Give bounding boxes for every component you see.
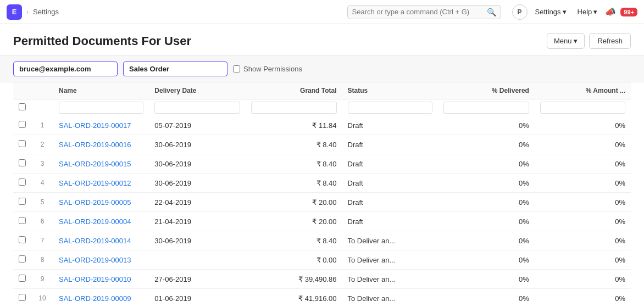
row-pct-amount: 0% bbox=[535, 135, 631, 154]
documents-table: Name Delivery Date Grand Total Status % … bbox=[13, 82, 631, 307]
row-pct-delivered: 0% bbox=[438, 154, 535, 174]
show-permissions-checkbox[interactable] bbox=[233, 65, 240, 72]
navbar: E › Settings 🔍 P Settings ▾ Help ▾ 📣 99+ bbox=[0, 0, 644, 24]
row-name[interactable]: SAL-ORD-2019-00012 bbox=[53, 174, 149, 193]
filter-name-input[interactable] bbox=[59, 102, 143, 114]
app-icon: E bbox=[7, 4, 22, 20]
row-number: 6 bbox=[31, 212, 53, 231]
show-permissions-label[interactable]: Show Permissions bbox=[233, 65, 302, 73]
row-delivery-date: 01-06-2019 bbox=[149, 289, 245, 308]
row-checkbox[interactable] bbox=[19, 178, 26, 186]
row-name[interactable]: SAL-ORD-2019-00014 bbox=[53, 231, 149, 250]
row-checkbox[interactable] bbox=[19, 121, 26, 128]
row-checkbox[interactable] bbox=[19, 217, 26, 224]
row-pct-amount: 0% bbox=[535, 174, 631, 193]
row-delivery-date: 22-04-2019 bbox=[149, 193, 245, 212]
row-pct-delivered: 0% bbox=[438, 270, 535, 289]
row-checkbox[interactable] bbox=[19, 236, 26, 243]
menu-chevron-icon: ▾ bbox=[574, 37, 578, 45]
header-delivery-date: Delivery Date bbox=[149, 82, 245, 99]
row-grand-total: ₹ 8.40 bbox=[246, 231, 342, 250]
table-row: 5 SAL-ORD-2019-00005 22-04-2019 ₹ 20.00 … bbox=[13, 193, 631, 212]
row-number: 1 bbox=[31, 116, 53, 135]
row-grand-total: ₹ 0.00 bbox=[246, 250, 342, 270]
settings-nav-button[interactable]: Settings ▾ bbox=[532, 5, 570, 18]
row-pct-amount: 0% bbox=[535, 250, 631, 270]
row-pct-amount: 0% bbox=[535, 116, 631, 135]
search-icon: 🔍 bbox=[487, 8, 496, 16]
row-name[interactable]: SAL-ORD-2019-00013 bbox=[53, 250, 149, 270]
header-actions: Menu ▾ Refresh bbox=[547, 33, 631, 49]
row-number: 4 bbox=[31, 174, 53, 193]
filter-grand-total-input[interactable] bbox=[251, 102, 337, 114]
row-name[interactable]: SAL-ORD-2019-00004 bbox=[53, 212, 149, 231]
row-delivery-date: 21-04-2019 bbox=[149, 212, 245, 231]
row-checkbox[interactable] bbox=[19, 294, 26, 301]
row-pct-delivered: 0% bbox=[438, 135, 535, 154]
row-checkbox[interactable] bbox=[19, 255, 26, 263]
search-input[interactable] bbox=[352, 8, 484, 16]
row-delivery-date: 30-06-2019 bbox=[149, 174, 245, 193]
row-pct-delivered: 0% bbox=[438, 231, 535, 250]
row-pct-amount: 0% bbox=[535, 193, 631, 212]
table-row: 6 SAL-ORD-2019-00004 21-04-2019 ₹ 20.00 … bbox=[13, 212, 631, 231]
row-number: 5 bbox=[31, 193, 53, 212]
row-status: Draft bbox=[342, 116, 438, 135]
row-grand-total: ₹ 8.40 bbox=[246, 154, 342, 174]
row-name[interactable]: SAL-ORD-2019-00009 bbox=[53, 289, 149, 308]
row-number: 8 bbox=[31, 250, 53, 270]
table-row: 2 SAL-ORD-2019-00016 30-06-2019 ₹ 8.40 D… bbox=[13, 135, 631, 154]
filter-bar: Show Permissions bbox=[0, 55, 644, 82]
table-row: 9 SAL-ORD-2019-00010 27-06-2019 ₹ 39,490… bbox=[13, 270, 631, 289]
doctype-filter-input[interactable] bbox=[123, 62, 227, 76]
row-name[interactable]: SAL-ORD-2019-00015 bbox=[53, 154, 149, 174]
table-header-row: Name Delivery Date Grand Total Status % … bbox=[13, 82, 631, 99]
filter-pct-amount-input[interactable] bbox=[540, 102, 625, 114]
row-name[interactable]: SAL-ORD-2019-00010 bbox=[53, 270, 149, 289]
table-filter-row bbox=[13, 99, 631, 116]
row-name[interactable]: SAL-ORD-2019-00017 bbox=[53, 116, 149, 135]
row-grand-total: ₹ 8.40 bbox=[246, 135, 342, 154]
nav-right: P Settings ▾ Help ▾ 📣 99+ bbox=[512, 4, 637, 20]
row-pct-delivered: 0% bbox=[438, 174, 535, 193]
row-number: 7 bbox=[31, 231, 53, 250]
row-grand-total: ₹ 39,490.86 bbox=[246, 270, 342, 289]
help-nav-button[interactable]: Help ▾ bbox=[574, 5, 601, 18]
filter-pct-delivered-input[interactable] bbox=[443, 102, 529, 114]
row-status: Draft bbox=[342, 193, 438, 212]
filter-delivery-date-input[interactable] bbox=[154, 102, 240, 114]
refresh-button[interactable]: Refresh bbox=[589, 33, 631, 49]
table-body: 1 SAL-ORD-2019-00017 05-07-2019 ₹ 11.84 … bbox=[13, 116, 631, 307]
row-checkbox[interactable] bbox=[19, 159, 26, 166]
menu-button[interactable]: Menu ▾ bbox=[547, 33, 585, 49]
notification-badge: 99+ bbox=[620, 8, 637, 16]
search-bar[interactable]: 🔍 bbox=[347, 5, 501, 19]
breadcrumb-separator: › bbox=[26, 8, 29, 16]
table-row: 7 SAL-ORD-2019-00014 30-06-2019 ₹ 8.40 T… bbox=[13, 231, 631, 250]
row-number: 9 bbox=[31, 270, 53, 289]
row-status: To Deliver an... bbox=[342, 289, 438, 308]
select-all-checkbox[interactable] bbox=[19, 103, 26, 110]
row-delivery-date: 05-07-2019 bbox=[149, 116, 245, 135]
row-checkbox[interactable] bbox=[19, 140, 26, 147]
row-pct-delivered: 0% bbox=[438, 193, 535, 212]
table-row: 3 SAL-ORD-2019-00015 30-06-2019 ₹ 8.40 D… bbox=[13, 154, 631, 174]
filter-status-input[interactable] bbox=[348, 102, 433, 114]
user-filter-input[interactable] bbox=[13, 62, 118, 76]
row-status: To Deliver an... bbox=[342, 231, 438, 250]
row-status: Draft bbox=[342, 212, 438, 231]
row-checkbox[interactable] bbox=[19, 275, 26, 282]
notification-icon[interactable]: 📣 bbox=[605, 7, 616, 17]
row-name[interactable]: SAL-ORD-2019-00005 bbox=[53, 193, 149, 212]
row-grand-total: ₹ 41,916.00 bbox=[246, 289, 342, 308]
row-name[interactable]: SAL-ORD-2019-00016 bbox=[53, 135, 149, 154]
header-num-col bbox=[31, 82, 53, 99]
row-grand-total: ₹ 11.84 bbox=[246, 116, 342, 135]
row-status: Draft bbox=[342, 154, 438, 174]
row-checkbox[interactable] bbox=[19, 198, 26, 205]
row-status: To Deliver an... bbox=[342, 270, 438, 289]
table-row: 10 SAL-ORD-2019-00009 01-06-2019 ₹ 41,91… bbox=[13, 289, 631, 308]
user-avatar: P bbox=[512, 4, 528, 20]
row-grand-total: ₹ 20.00 bbox=[246, 212, 342, 231]
row-pct-delivered: 0% bbox=[438, 289, 535, 308]
